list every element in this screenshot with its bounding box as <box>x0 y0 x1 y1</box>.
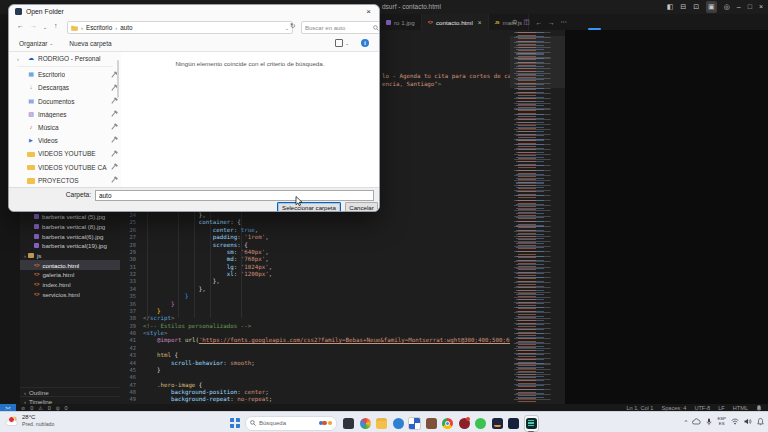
taskbar-app-whatsapp[interactable] <box>474 416 487 431</box>
recent-dropdown-icon[interactable]: ⌄ <box>43 24 47 30</box>
dialog-sidebar-item[interactable]: ♪Música <box>9 121 121 134</box>
code-line[interactable]: 36 } <box>120 301 510 308</box>
code-line[interactable]: 48 background-position: center; <box>120 389 510 396</box>
editor-tab[interactable]: <>contacto.html× <box>422 14 489 30</box>
nav-back-icon[interactable]: ← <box>536 19 543 26</box>
dialog-sidebar-item[interactable]: ▨Imágenes <box>9 108 121 121</box>
help-info-icon[interactable]: i <box>361 39 369 47</box>
taskbar-app-prime-video[interactable] <box>491 416 504 431</box>
language-indicator[interactable]: ESPES <box>717 417 726 426</box>
toggle-secondary-sidebar-icon[interactable]: ⊡ <box>693 1 699 13</box>
cancel-button[interactable]: Cancelar <box>345 202 378 213</box>
address-bar[interactable]: › Escritorio › auto ⌄ <box>67 21 293 34</box>
dialog-close-icon[interactable]: × <box>366 7 371 16</box>
dialog-search-box[interactable]: Buscar en auto <box>301 21 380 34</box>
file-item[interactable]: barberia vertical(19).jpg <box>20 241 120 251</box>
dialog-sidebar-item[interactable]: ▶Videos <box>9 134 121 147</box>
taskbar-app-app[interactable] <box>425 416 438 431</box>
onedrive-cloud-icon[interactable] <box>692 418 701 425</box>
code-line[interactable]: 24 }, <box>120 212 510 219</box>
toggle-sidebar-icon[interactable]: ◧ <box>667 1 674 13</box>
taskbar-app-pinterest[interactable] <box>458 416 471 431</box>
code-line[interactable]: 39<!-- Estilos personalizados --> <box>120 323 510 330</box>
code-line[interactable]: 41 @import url('https://fonts.googleapis… <box>120 337 510 344</box>
dialog-sidebar-item[interactable]: ▤Documentos <box>9 95 121 108</box>
view-options-button[interactable]: ⌄ <box>335 39 349 47</box>
file-item[interactable]: barberia vertical (8).jpg <box>20 222 120 232</box>
code-line[interactable]: 45 } <box>120 367 510 374</box>
editor-tab[interactable]: ro 1.jpg <box>380 14 422 30</box>
dialog-sidebar-item[interactable]: ↓Descargas <box>9 81 121 94</box>
taskbar-app-chrome[interactable] <box>441 416 454 431</box>
new-folder-button[interactable]: Nueva carpeta <box>69 40 111 47</box>
code-line[interactable]: 47 .hero-image { <box>120 382 510 389</box>
wifi-icon[interactable] <box>731 418 739 425</box>
file-item[interactable]: <>galeria.html <box>20 270 120 280</box>
volume-icon[interactable] <box>744 418 752 425</box>
dialog-sidebar-item[interactable]: ▦Escritorio <box>9 68 121 81</box>
taskbar-app-photos[interactable] <box>359 416 372 431</box>
code-line[interactable]: 35 } <box>120 293 510 300</box>
taskbar-app-task-view[interactable] <box>342 416 355 431</box>
code-line[interactable]: 38</script> <box>120 315 510 322</box>
code-line[interactable]: 29 sm: '640px', <box>120 249 510 256</box>
minimap[interactable] <box>510 30 565 404</box>
code-line[interactable]: 25 container: { <box>120 219 510 226</box>
file-item[interactable]: ›js <box>20 251 120 261</box>
file-item[interactable]: <>servicios.html <box>20 290 120 300</box>
sidebar-scrollbar[interactable] <box>117 60 119 98</box>
hidden-icons-chevron[interactable]: ^ <box>685 419 688 425</box>
notification-bell-icon[interactable] <box>757 418 764 426</box>
forward-icon[interactable]: → <box>30 22 37 29</box>
taskbar-app-code[interactable] <box>507 416 520 431</box>
breadcrumb-escritorio[interactable]: Escritorio <box>86 24 112 31</box>
code-line[interactable]: 44 scroll-behavior: smooth; <box>120 360 510 367</box>
folder-name-input[interactable]: auto <box>95 190 374 202</box>
weather-widget[interactable]: 28°C Pred. nublado <box>5 414 54 428</box>
code-line[interactable]: 28 screens: { <box>120 242 510 249</box>
dialog-sidebar-item[interactable]: ›☁RODRIGO - Personal <box>9 52 121 65</box>
code-line[interactable]: 34 }, <box>120 286 510 293</box>
dialog-sidebar-item[interactable]: VIDEOS YOUTUBE CA <box>9 161 121 174</box>
dialog-sidebar-item[interactable]: PROYECTOS <box>9 174 121 187</box>
customize-layout-icon[interactable]: ▣ <box>706 1 717 13</box>
taskbar-app-office[interactable] <box>408 416 421 431</box>
split-editor-icon[interactable]: ◫ <box>523 18 529 26</box>
file-item[interactable]: barberia vertical (5).jpg <box>20 212 120 222</box>
nav-forward-icon[interactable]: → <box>548 19 555 26</box>
file-item[interactable]: barberia vertical(6).jpg <box>20 231 120 241</box>
code-line[interactable]: 26 center: true, <box>120 227 510 234</box>
taskbar-app-edge[interactable] <box>392 416 405 431</box>
dialog-sidebar-item[interactable]: VIDEOS YOUTUBE <box>9 147 121 160</box>
file-item[interactable]: <>contacto.html <box>20 260 120 270</box>
code-line[interactable]: 40<style> <box>120 330 510 337</box>
code-line[interactable]: 31 lg: '1024px', <box>120 264 510 271</box>
code-line[interactable]: 49 background-repeat: no-repeat; <box>120 396 510 403</box>
code-line[interactable]: 42 <box>120 345 510 352</box>
breadcrumb-auto[interactable]: auto <box>120 24 132 31</box>
toggle-panel-icon[interactable]: ⊟ <box>680 1 686 13</box>
minimize-button[interactable]: – <box>737 1 741 13</box>
address-dropdown-icon[interactable]: ⌄ <box>285 25 289 31</box>
account-icon[interactable]: ◎ <box>724 1 730 13</box>
file-item[interactable]: <>index.html <box>20 280 120 290</box>
taskbar-app-file-explorer[interactable] <box>375 416 388 431</box>
select-folder-button[interactable]: Seleccionar carpeta <box>277 202 341 213</box>
start-button[interactable] <box>230 418 240 428</box>
code-line[interactable]: 32 xl: '1200px', <box>120 271 510 278</box>
code-line[interactable]: 27 padding: '1rem', <box>120 234 510 241</box>
close-icon[interactable]: × <box>478 19 482 26</box>
code-line[interactable]: 37 } <box>120 308 510 315</box>
close-button[interactable]: × <box>759 1 763 13</box>
gear-icon[interactable]: ⊙ <box>512 18 517 26</box>
refresh-icon[interactable]: ↻ <box>290 22 295 30</box>
organize-button[interactable]: Organizar ⌄ <box>19 40 53 47</box>
taskbar-search[interactable]: Búsqueda <box>245 416 337 431</box>
code-line[interactable]: 33 }, <box>120 278 510 285</box>
maximize-button[interactable]: □ <box>748 1 752 13</box>
taskbar-app-windsurf[interactable] <box>524 415 539 432</box>
code-line[interactable]: 46 <box>120 374 510 381</box>
up-icon[interactable]: ↑ <box>54 22 58 29</box>
code-line[interactable]: 30 md: '768px', <box>120 256 510 263</box>
more-actions-icon[interactable]: ⋯ <box>561 18 568 26</box>
